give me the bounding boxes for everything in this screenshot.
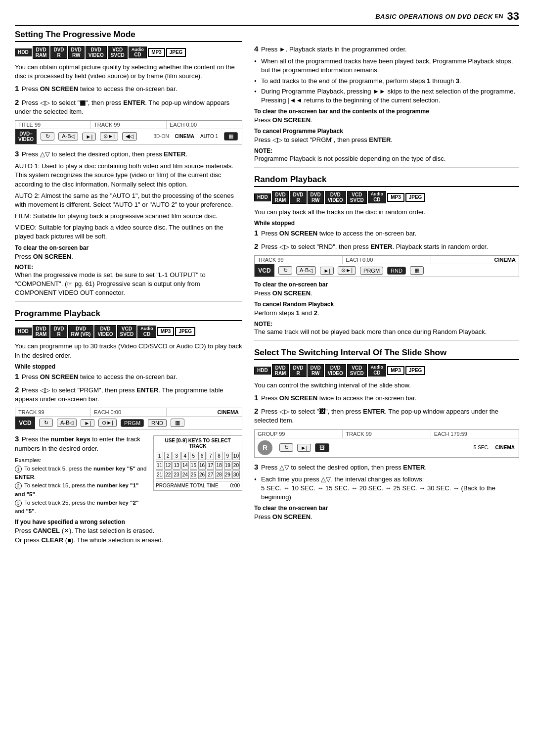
slideshow-step1: 1 Press ON SCREEN twice to access the on…	[254, 392, 519, 403]
slideshow-step2: 2 Press ◁▷ to select "🖼", then press ENT…	[254, 406, 519, 425]
ss-badge-dvd-ram: DVDRAM	[272, 364, 289, 377]
left-column: Setting The Progressive Mode HDD DVDRAM …	[15, 30, 242, 547]
slideshow-intro: You can control the switching interval o…	[254, 381, 519, 390]
osd-controls-random: ↻ A-B◁ ►| ⊙►| PRGM RND ▦	[274, 264, 519, 277]
rnd-badge-dvd-ram: DVDRAM	[272, 191, 289, 204]
prog-bullets: When all of the programmed tracks have b…	[254, 57, 519, 105]
progressive-auto1: AUTO 1: Used to play a disc containing b…	[15, 162, 242, 189]
osd-source-dvd: DVD–VIDEO	[15, 129, 37, 144]
slideshow-bullets: Each time you press △▽, the interval cha…	[254, 475, 519, 502]
ss-badge-hdd: HDD	[254, 367, 271, 375]
badge-vcd: VCDSVCD	[108, 46, 128, 59]
random-intro: You can play back all the tracks on the …	[254, 208, 519, 217]
programme-total: PROGRAMME TOTAL TIME 0:00	[156, 481, 240, 488]
prog-badge-hdd: HDD	[15, 328, 32, 335]
random-note: The same track will not be played back m…	[254, 328, 519, 336]
programme-step2: 2 Press ◁▷ to select "PRGM", then press …	[15, 384, 242, 404]
progressive-clear-heading: To clear the on-screen bar	[15, 244, 242, 251]
ss-badge-mp3: MP3	[387, 366, 404, 375]
random-badges: HDD DVDRAM DVDR DVDRW DVDVIDEO VCDSVCD A…	[254, 191, 519, 204]
number-keys-panel: USE [0-9] KEYS TO SELECT TRACK 1 2 3 4 5…	[153, 435, 242, 491]
badge-dvd-video: DVDVIDEO	[86, 46, 107, 59]
example1: 1 To select track 5, press the number ke…	[15, 465, 148, 482]
osd-controls-progressive: ↻ A-B◁ ►| ⊙►| ◀◁ 3D-ON CINEMA AUTO 1 ▦	[37, 129, 242, 144]
prog-badge-jpeg: JPEG	[175, 327, 195, 336]
ss-badge-dvd-rw: DVDRW	[308, 364, 324, 377]
prog-badge-dvd-rw: DVDRW (VR)	[68, 325, 94, 338]
progressive-note: When the progressive mode is set, be sur…	[15, 271, 242, 298]
progressive-note-label: NOTE:	[15, 264, 242, 271]
badge-jpeg: JPEG	[166, 48, 186, 57]
wrong-selection-heading: If you have specified a wrong selection	[15, 519, 242, 525]
rnd-badge-dvd-video: DVDVIDEO	[325, 191, 346, 204]
section-title-slideshow: Select The Switching Interval Of The Sli…	[254, 348, 519, 360]
programme-while-stopped: While stopped	[15, 363, 242, 370]
ss-badge-dvd-r: DVDR	[290, 364, 306, 377]
number-keys-grid: 1 2 3 4 5 6 7 8 9 10 11 12 13 14	[156, 452, 240, 479]
progressive-intro: You can obtain optimal picture quality b…	[15, 63, 242, 81]
rnd-badge-audio-cd: AudioCD	[368, 191, 387, 203]
prog-badge-vcd: VCDSVCD	[117, 325, 137, 338]
section-title-progressive: Setting The Progressive Mode	[15, 30, 242, 42]
random-clear-heading: To clear the on-screen bar	[254, 281, 519, 288]
example2: 2 To select track 15, press the number k…	[15, 481, 148, 499]
section-title-programme: Programme Playback	[15, 309, 242, 321]
random-note-label: NOTE:	[254, 321, 519, 328]
header-title: BASIC OPERATIONS ON DVD DECK	[375, 13, 493, 20]
badge-dvd-r: DVDR	[50, 46, 67, 59]
random-cancel-heading: To cancel Random Playback	[254, 301, 519, 308]
ss-badge-audio-cd: AudioCD	[368, 364, 387, 377]
programme-step3: 3 Press the number keys to enter the tra…	[15, 433, 148, 453]
progressive-auto2: AUTO 2: Almost the same as the "AUTO 1",…	[15, 191, 242, 209]
progressive-step3: 3 Press △▽ to select the desired option,…	[15, 148, 242, 159]
prog-note: Programme Playback is not possible depen…	[254, 154, 519, 163]
page-number: 33	[507, 10, 519, 23]
prog-note-label: NOTE:	[254, 147, 519, 154]
rnd-badge-jpeg: JPEG	[405, 193, 426, 202]
example3: 3 To select track 25, press the number k…	[15, 499, 148, 516]
r-badge: R	[258, 440, 272, 455]
prog-badge-mp3: MP3	[157, 327, 175, 336]
slideshow-osd: GROUP 99 TRACK 99 EACH 179:59 R ↻ ►| 🖼 5…	[254, 429, 519, 458]
random-while-stopped: While stopped	[254, 220, 519, 227]
badge-dvd-ram: DVDRAM	[33, 46, 50, 59]
prog-cancel-heading: To cancel Programme Playback	[254, 128, 519, 135]
programme-step1: 1 Press ON SCREEN twice to access the on…	[15, 371, 242, 381]
progressive-step1: 1 Press ON SCREEN twice to access the on…	[15, 83, 242, 94]
badge-mp3: MP3	[148, 48, 165, 57]
ss-badge-jpeg: JPEG	[405, 366, 426, 375]
programme-step3-area: 3 Press the number keys to enter the tra…	[15, 433, 242, 516]
rnd-badge-vcd: VCDSVCD	[347, 191, 367, 204]
prog-right-step4: 4 Press ►. Playback starts in the progra…	[254, 44, 519, 54]
ss-badge-vcd: VCDSVCD	[347, 364, 367, 377]
programme-badges: HDD DVDRAM DVDR DVDRW (VR) DVDVIDEO VCDS…	[15, 325, 242, 338]
rnd-badge-dvd-r: DVDR	[290, 191, 306, 204]
rnd-badge-dvd-rw: DVDRW	[308, 191, 324, 204]
prog-badge-dvd-video: DVDVIDEO	[94, 325, 116, 338]
osd-source-vcd-prog: VCD	[15, 417, 35, 429]
wrong-selection-text: Press CANCEL (✕). The last selection is …	[15, 526, 242, 544]
badge-hdd: HDD	[15, 48, 32, 56]
progressive-badges: HDD DVDRAM DVDR DVDRW DVDVIDEO VCDSVCD A…	[15, 46, 242, 59]
slideshow-clear-heading: To clear the on-screen bar	[254, 505, 519, 512]
badge-audio-cd: AudioCD	[129, 47, 147, 59]
slideshow-step3: 3 Press △▽ to select the desired option,…	[254, 462, 519, 472]
random-step1: 1 Press ON SCREEN twice to access the on…	[254, 228, 519, 238]
osd-controls-programme: ↻ A-B◁ ►| ⊙►| PRGM RND ▦	[35, 417, 242, 429]
prog-clear-heading: To clear the on-screen bar and the conte…	[254, 108, 519, 115]
osd-controls-ss: ↻ ►| 🖼 5 SEC. CINEMA	[275, 441, 519, 454]
examples-label: Examples:	[15, 456, 148, 465]
page-header: BASIC OPERATIONS ON DVD DECK EN 33	[15, 10, 519, 26]
header-en: EN	[495, 13, 503, 20]
ss-badge-dvd-video: DVDVIDEO	[325, 364, 346, 377]
prog-badge-audio-cd: AudioCD	[137, 326, 156, 338]
osd-source-vcd-rnd: VCD	[255, 264, 274, 277]
programme-intro: You can programme up to 30 tracks (Video…	[15, 342, 242, 360]
progressive-step2: 2 Press ◁▷ to select "▦", then press ENT…	[15, 97, 242, 116]
random-osd: TRACK 99 EACH 0:00 CINEMA VCD ↻ A-B◁ ►| …	[254, 255, 519, 277]
random-step2: 2 Press ◁▷ to select "RND", then press E…	[254, 241, 519, 251]
prog-badge-dvd-ram: DVDRAM	[33, 325, 50, 338]
badge-dvd-rw: DVDRW	[68, 46, 85, 59]
programme-osd: TRACK 99 EACH 0:00 CINEMA VCD ↻ A-B◁ ►| …	[15, 408, 242, 429]
rnd-badge-mp3: MP3	[387, 193, 404, 202]
